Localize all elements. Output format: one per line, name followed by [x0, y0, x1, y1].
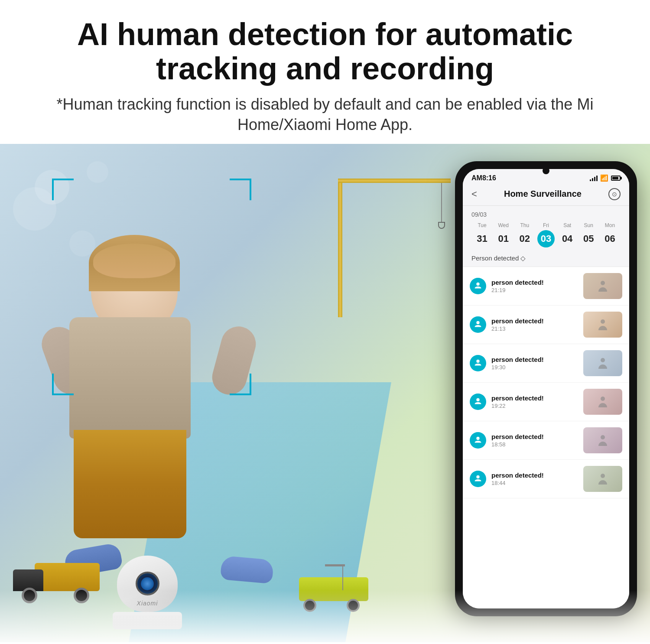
- bracket-bottom-left: [52, 374, 74, 395]
- event-icon: [470, 394, 486, 410]
- event-icon: [470, 355, 486, 371]
- day-number[interactable]: 01: [495, 230, 512, 247]
- page-container: AI human detection for automatic trackin…: [0, 0, 650, 644]
- event-time: 21:19: [491, 287, 578, 293]
- day-name: Wed: [498, 222, 508, 228]
- event-item[interactable]: person detected!21:13: [463, 306, 629, 344]
- svg-point-3: [601, 319, 605, 324]
- calendar-day[interactable]: Fri03: [535, 222, 556, 247]
- event-thumbnail: [583, 427, 622, 453]
- date-section: 09/03 Tue31Wed01Thu02Fri03Sat04Sun05Mon0…: [463, 206, 629, 250]
- bracket-bottom-right: [230, 374, 251, 395]
- header-section: AI human detection for automatic trackin…: [0, 0, 650, 144]
- event-list: person detected!21:19 person detected!21…: [463, 267, 629, 608]
- event-title: person detected!: [491, 356, 578, 363]
- fade-overlay-bottom: [0, 590, 650, 642]
- day-number[interactable]: 03: [537, 230, 555, 247]
- calendar-row: Tue31Wed01Thu02Fri03Sat04Sun05Mon06: [471, 222, 621, 247]
- bracket-top-right: [230, 179, 251, 200]
- svg-point-6: [476, 398, 479, 401]
- event-title: person detected!: [491, 433, 578, 440]
- day-name: Fri: [543, 222, 549, 228]
- day-name: Tue: [478, 222, 486, 228]
- signal-bars: [590, 175, 598, 181]
- event-title: person detected!: [491, 394, 578, 402]
- filter-row[interactable]: Person detected ◇: [463, 250, 629, 267]
- battery-icon: [611, 176, 621, 181]
- event-item[interactable]: person detected!18:44: [463, 460, 629, 498]
- event-info: person detected!18:58: [491, 433, 578, 448]
- content-area: Xiaomi AM8:16: [0, 144, 650, 642]
- calendar-day[interactable]: Sat04: [557, 222, 578, 247]
- calendar-day[interactable]: Thu02: [514, 222, 535, 247]
- event-thumbnail: [583, 350, 622, 376]
- date-label: 09/03: [471, 211, 621, 218]
- event-item[interactable]: person detected!19:30: [463, 344, 629, 383]
- calendar-day[interactable]: Tue31: [471, 222, 493, 247]
- bokeh-3: [13, 187, 56, 231]
- calendar-day[interactable]: Wed01: [493, 222, 514, 247]
- crane-decoration: [338, 179, 451, 317]
- event-time: 18:58: [491, 441, 578, 448]
- day-number[interactable]: 31: [474, 230, 491, 247]
- svg-point-2: [476, 321, 479, 324]
- status-icons: 📶: [590, 174, 621, 182]
- day-number[interactable]: 02: [516, 230, 533, 247]
- event-icon: [470, 278, 486, 294]
- event-info: person detected!18:44: [491, 472, 578, 486]
- event-info: person detected!21:19: [491, 279, 578, 293]
- back-button[interactable]: <: [471, 189, 477, 200]
- svg-point-10: [476, 475, 479, 478]
- day-number[interactable]: 04: [559, 230, 576, 247]
- filter-label: Person detected ◇: [471, 254, 526, 262]
- event-info: person detected!19:22: [491, 394, 578, 409]
- wifi-icon: 📶: [600, 174, 608, 182]
- event-thumbnail: [583, 389, 622, 415]
- day-name: Sat: [563, 222, 571, 228]
- day-number[interactable]: 06: [601, 230, 618, 247]
- event-thumbnail: [583, 466, 622, 492]
- calendar-day[interactable]: Sun05: [578, 222, 599, 247]
- event-item[interactable]: person detected!18:58: [463, 421, 629, 460]
- calendar-day[interactable]: Mon06: [599, 222, 621, 247]
- event-icon: [470, 471, 486, 487]
- svg-point-1: [601, 281, 605, 285]
- app-title: Home Surveillance: [504, 189, 582, 199]
- svg-point-9: [601, 435, 605, 439]
- main-title: AI human detection for automatic trackin…: [35, 17, 615, 86]
- event-icon: [470, 316, 486, 333]
- phone-screen: AM8:16 📶: [463, 169, 629, 608]
- day-name: Mon: [605, 222, 615, 228]
- event-info: person detected!19:30: [491, 356, 578, 371]
- detection-bracket: [52, 179, 251, 395]
- event-time: 19:30: [491, 364, 578, 371]
- event-title: person detected!: [491, 279, 578, 286]
- camera-lens-inner: [141, 577, 154, 590]
- day-name: Thu: [520, 222, 530, 228]
- smartphone: AM8:16 📶: [455, 161, 637, 616]
- event-title: person detected!: [491, 317, 578, 325]
- day-name: Sun: [584, 222, 593, 228]
- event-icon: [470, 432, 486, 449]
- event-item[interactable]: person detected!19:22: [463, 383, 629, 421]
- svg-point-4: [476, 360, 479, 363]
- event-time: 19:22: [491, 403, 578, 409]
- settings-button[interactable]: ⊙: [608, 188, 621, 200]
- svg-point-5: [601, 358, 605, 362]
- phone-notch: [543, 167, 549, 174]
- svg-point-0: [476, 283, 479, 286]
- app-header: < Home Surveillance ⊙: [463, 185, 629, 206]
- event-time: 18:44: [491, 480, 578, 486]
- bracket-top-left: [52, 179, 74, 200]
- svg-point-11: [601, 474, 605, 478]
- event-thumbnail: [583, 312, 622, 338]
- status-time: AM8:16: [471, 174, 496, 182]
- event-title: person detected!: [491, 472, 578, 479]
- svg-point-7: [601, 397, 605, 401]
- event-item[interactable]: person detected!21:19: [463, 267, 629, 306]
- subtitle: *Human tracking function is disabled by …: [35, 94, 615, 135]
- event-time: 21:13: [491, 325, 578, 332]
- svg-point-8: [476, 437, 479, 440]
- day-number[interactable]: 05: [580, 230, 597, 247]
- event-thumbnail: [583, 273, 622, 299]
